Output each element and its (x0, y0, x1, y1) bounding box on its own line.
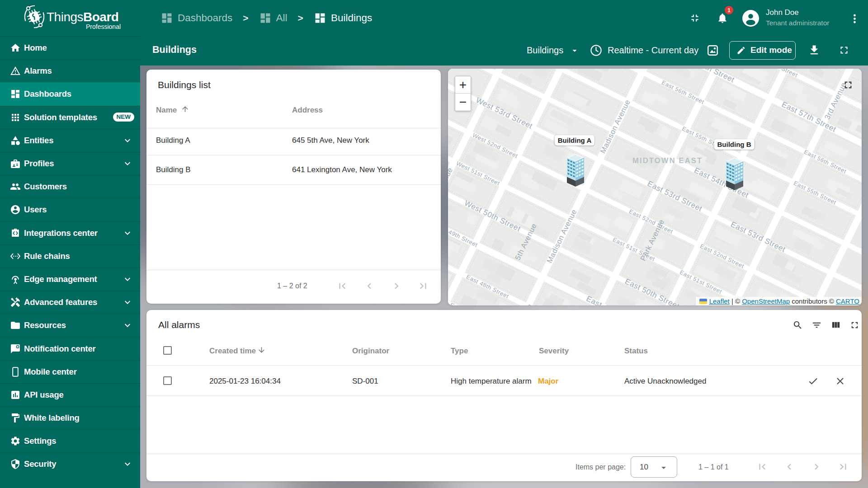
svg-text:MIDTOWN EAST: MIDTOWN EAST (632, 156, 703, 164)
